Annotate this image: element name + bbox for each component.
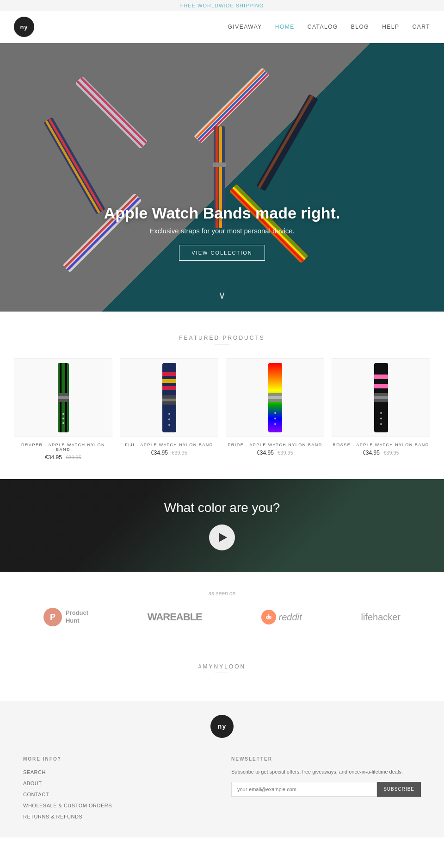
price-current-pride: €34.95: [257, 450, 274, 456]
svg-point-46: [274, 423, 276, 425]
brand-producthunt[interactable]: P Product Hunt: [43, 608, 88, 626]
hero-subheadline: Exclusive straps for your most personal …: [0, 227, 444, 235]
svg-point-44: [274, 412, 276, 414]
footer-link-contact[interactable]: CONTACT: [23, 790, 213, 798]
svg-rect-37: [162, 399, 176, 401]
footer-newsletter-desc: Subscribe to get special offers, free gi…: [231, 768, 421, 776]
footer-info-title: MORE INFO?: [23, 756, 213, 762]
product-card-fiji[interactable]: FIJI - APPLE WATCH NYLON BAND €34.95 €39…: [120, 358, 218, 461]
nav-catalog[interactable]: CATALOG: [308, 24, 338, 30]
svg-point-53: [380, 418, 382, 419]
view-collection-button[interactable]: VIEW COLLECTION: [179, 245, 265, 261]
svg-rect-6: [199, 73, 269, 143]
svg-point-31: [62, 422, 64, 424]
brand-lifehacker[interactable]: lifehacker: [361, 612, 401, 623]
product-image-draper: [14, 358, 112, 437]
header: ny GIVEAWAY HOME CATALOG BLOG HELP CART: [0, 11, 444, 43]
svg-rect-2: [80, 77, 147, 144]
wareable-text: WAREABLE: [148, 611, 202, 623]
svg-rect-43: [268, 396, 282, 399]
footer: ny MORE INFO? SEARCH ABOUT CONTACT WHOLE…: [0, 701, 444, 837]
band-image-draper: [49, 363, 77, 432]
featured-title: FEATURED PRODUCTS: [14, 335, 430, 341]
svg-point-52: [380, 412, 382, 414]
footer-link-search[interactable]: SEARCH: [23, 768, 213, 775]
product-name-pride: PRIDE - APPLE WATCH NYLON BAND: [226, 443, 324, 447]
hero-chevron-icon[interactable]: ∨: [218, 289, 226, 301]
footer-link-wholesale[interactable]: WHOLESALE & CUSTOM ORDERS: [23, 801, 213, 809]
play-button[interactable]: [209, 525, 235, 550]
product-price-pride: €34.95 €39.95: [226, 450, 324, 456]
price-old-draper: €39.95: [66, 455, 81, 460]
svg-rect-23: [213, 162, 226, 167]
product-price-draper: €34.95 €39.95: [14, 454, 112, 461]
svg-rect-34: [162, 379, 176, 383]
hero-content: Apple Watch Bands made right. Exclusive …: [0, 204, 444, 261]
as-seen-label: as seen on: [14, 590, 430, 597]
svg-rect-0: [75, 76, 148, 149]
product-price-fiji: €34.95 €39.95: [120, 450, 218, 456]
product-card-rosse[interactable]: ROSSE - APPLE WATCH NYLON BAND €34.95 €3…: [332, 358, 430, 461]
svg-rect-33: [162, 372, 176, 376]
hero-bands-decor: [0, 43, 444, 312]
svg-point-30: [62, 418, 64, 419]
svg-rect-35: [162, 386, 176, 390]
svg-point-40: [168, 424, 170, 426]
footer-logo[interactable]: ny: [210, 715, 234, 738]
svg-point-45: [274, 418, 276, 419]
price-old-rosse: €39.95: [383, 450, 399, 456]
video-section: What color are you?: [0, 479, 444, 572]
product-card-pride[interactable]: PRIDE - APPLE WATCH NYLON BAND €34.95 €3…: [226, 358, 324, 461]
newsletter-subscribe-button[interactable]: SUBSCRIBE: [377, 782, 421, 797]
product-image-fiji: [120, 358, 218, 437]
footer-links-list: SEARCH ABOUT CONTACT WHOLESALE & CUSTOM …: [23, 768, 213, 820]
price-old-fiji: €39.95: [172, 450, 187, 456]
svg-point-39: [168, 418, 170, 420]
nav-giveaway[interactable]: GIVEAWAY: [228, 24, 262, 30]
svg-point-57: [266, 617, 267, 618]
band-image-pride: [261, 363, 289, 432]
footer-col-info: MORE INFO? SEARCH ABOUT CONTACT WHOLESAL…: [23, 756, 213, 824]
footer-link-returns[interactable]: RETURNS & REFUNDS: [23, 812, 213, 820]
play-icon: [219, 533, 227, 542]
hashtag-label: #MYNYLOON: [14, 663, 430, 670]
nav-blog[interactable]: BLOG: [351, 24, 369, 30]
svg-point-59: [268, 614, 269, 616]
svg-rect-4: [195, 69, 265, 139]
svg-rect-1: [76, 81, 143, 148]
product-name-fiji: FIJI - APPLE WATCH NYLON BAND: [120, 443, 218, 447]
reddit-text: reddit: [279, 612, 302, 623]
svg-rect-11: [258, 95, 313, 188]
newsletter-email-input[interactable]: [231, 782, 377, 797]
footer-col-newsletter: NEWSLETTER Subscribe to get special offe…: [231, 756, 421, 824]
products-grid: DRAPER - APPLE WATCH NYLON BAND €34.95 €…: [14, 358, 430, 461]
svg-point-54: [380, 423, 382, 425]
lifehacker-text: lifehacker: [361, 612, 401, 623]
brand-wareable[interactable]: WAREABLE: [148, 611, 202, 623]
main-nav: GIVEAWAY HOME CATALOG BLOG HELP CART: [228, 24, 430, 30]
banner-text: FREE WORLDWIDE SHIPPING: [180, 3, 264, 8]
nav-help[interactable]: HELP: [382, 24, 399, 30]
band-image-fiji: [155, 363, 183, 432]
hero-section: Apple Watch Bands made right. Exclusive …: [0, 43, 444, 312]
product-card-draper[interactable]: DRAPER - APPLE WATCH NYLON BAND €34.95 €…: [14, 358, 112, 461]
ph-text: Product Hunt: [66, 609, 88, 625]
svg-rect-8: [45, 120, 100, 213]
nav-home[interactable]: HOME: [275, 24, 295, 30]
product-price-rosse: €34.95 €39.95: [332, 450, 430, 456]
hashtag-divider: [215, 673, 229, 673]
hashtag-section: #MYNYLOON: [0, 645, 444, 701]
video-headline: What color are you?: [164, 500, 280, 515]
price-current-fiji: €34.95: [151, 450, 168, 456]
footer-link-about[interactable]: ABOUT: [23, 779, 213, 787]
band-image-rosse: [367, 363, 395, 432]
brand-logos-row: P Product Hunt WAREABLE: [14, 608, 430, 626]
logo[interactable]: ny: [14, 17, 34, 37]
svg-rect-28: [58, 396, 69, 399]
as-seen-section: as seen on P Product Hunt WAREABLE: [0, 572, 444, 645]
brand-reddit[interactable]: reddit: [261, 610, 302, 624]
top-banner: FREE WORLDWIDE SHIPPING: [0, 0, 444, 11]
nav-cart[interactable]: CART: [413, 24, 430, 30]
svg-rect-5: [197, 71, 267, 141]
product-name-draper: DRAPER - APPLE WATCH NYLON BAND: [14, 443, 112, 452]
